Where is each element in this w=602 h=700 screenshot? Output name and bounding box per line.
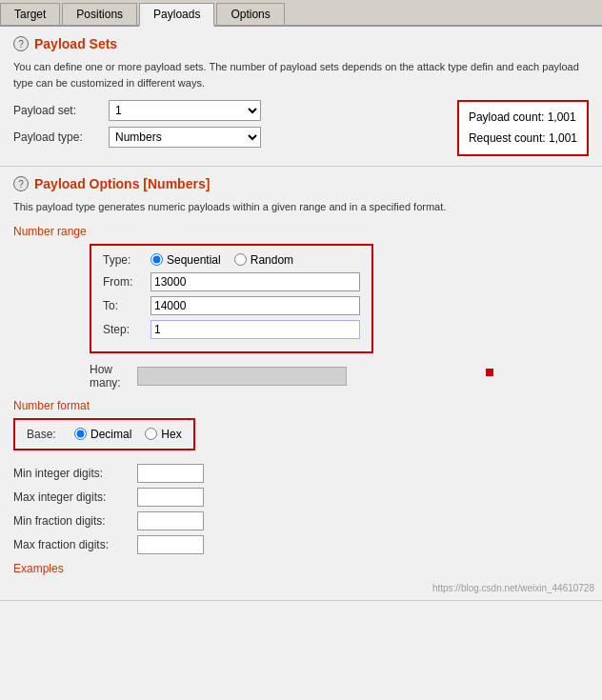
payload-sets-section: ? Payload Sets You can define one or mor… [0,27,602,167]
payload-sets-description: You can define one or more payload sets.… [13,59,589,90]
random-label: Random [251,253,293,267]
hex-label: Hex [161,428,181,441]
tab-payloads[interactable]: Payloads [139,3,214,27]
how-many-input[interactable] [137,367,347,386]
type-label: Type: [103,253,150,267]
digit-fields: Min integer digits: Max integer digits: … [13,464,589,554]
min-int-label: Min integer digits: [13,467,137,480]
payload-sets-header: ? Payload Sets [13,36,589,51]
sequential-label: Sequential [167,253,221,267]
to-label: To: [103,299,150,312]
payload-set-select[interactable]: 1 [109,100,261,121]
number-range-label: Number range [13,225,589,238]
base-label: Base: [27,428,74,441]
request-count-row: Request count: 1,001 [469,129,577,150]
max-int-input[interactable] [137,488,204,507]
min-frac-input[interactable] [137,511,204,530]
red-dot [486,369,493,376]
step-row: Step: [103,320,360,339]
payload-count-row: Payload count: 1,001 [469,108,577,129]
max-frac-row: Max fraction digits: [13,535,589,554]
number-format-box: Base: Decimal Hex [13,418,195,450]
help-icon-payload-sets[interactable]: ? [13,36,29,51]
watermark: https://blog.csdn.net/weixin_44610728 [432,583,594,593]
examples-label: Examples [13,562,589,575]
tab-target[interactable]: Target [0,3,60,25]
payload-options-header: ? Payload Options [Numbers] [13,176,589,191]
to-input[interactable] [150,296,360,315]
step-input[interactable] [150,320,360,339]
count-box: Payload count: 1,001 Request count: 1,00… [457,100,589,156]
max-frac-label: Max fraction digits: [13,538,137,551]
decimal-radio[interactable] [74,428,87,440]
sequential-radio[interactable] [150,253,163,266]
payload-sets-left: Payload set: 1 Payload type: Numbers Sim… [13,100,438,153]
number-range-box: Type: Sequential Random From: To: Step: [90,244,373,353]
min-int-input[interactable] [137,464,204,483]
payload-sets-form: Payload set: 1 Payload type: Numbers Sim… [13,100,589,156]
help-icon-payload-options[interactable]: ? [13,176,29,191]
step-label: Step: [103,323,150,336]
payload-count-value: 1,001 [548,110,576,124]
payload-sets-title: Payload Sets [34,36,117,51]
hex-radio[interactable] [145,428,157,440]
min-frac-label: Min fraction digits: [13,514,137,528]
from-label: From: [103,275,150,289]
min-int-row: Min integer digits: [13,464,589,483]
tab-options[interactable]: Options [216,3,284,25]
payload-options-title: Payload Options [Numbers] [34,176,210,191]
min-frac-row: Min fraction digits: [13,511,589,530]
from-input[interactable] [150,272,360,291]
max-int-label: Max integer digits: [13,490,137,504]
how-many-label: How many: [90,363,137,390]
payload-type-row: Payload type: Numbers Simple list Runtim… [13,127,438,148]
request-count-label: Request count: [469,131,546,145]
payload-set-row: Payload set: 1 [13,100,438,121]
how-many-row: How many: [90,363,589,390]
type-row: Type: Sequential Random [103,253,360,267]
tab-positions[interactable]: Positions [62,3,137,25]
payload-count-label: Payload count: [469,110,544,124]
request-count-value: 1,001 [549,131,577,145]
max-frac-input[interactable] [137,535,204,554]
random-radio[interactable] [234,253,247,266]
payload-options-section: ? Payload Options [Numbers] This payload… [0,167,602,601]
number-format-label: Number format [13,399,589,412]
decimal-label: Decimal [90,428,131,441]
payload-type-select[interactable]: Numbers Simple list Runtime file Custom … [109,127,261,148]
payload-set-label: Payload set: [13,104,109,117]
max-int-row: Max integer digits: [13,488,589,507]
from-row: From: [103,272,360,291]
base-row: Base: Decimal Hex [27,428,182,441]
payload-options-description: This payload type generates numeric payl… [13,199,589,215]
payload-type-label: Payload type: [13,130,109,144]
tab-bar: Target Positions Payloads Options [0,0,602,27]
to-row: To: [103,296,360,315]
